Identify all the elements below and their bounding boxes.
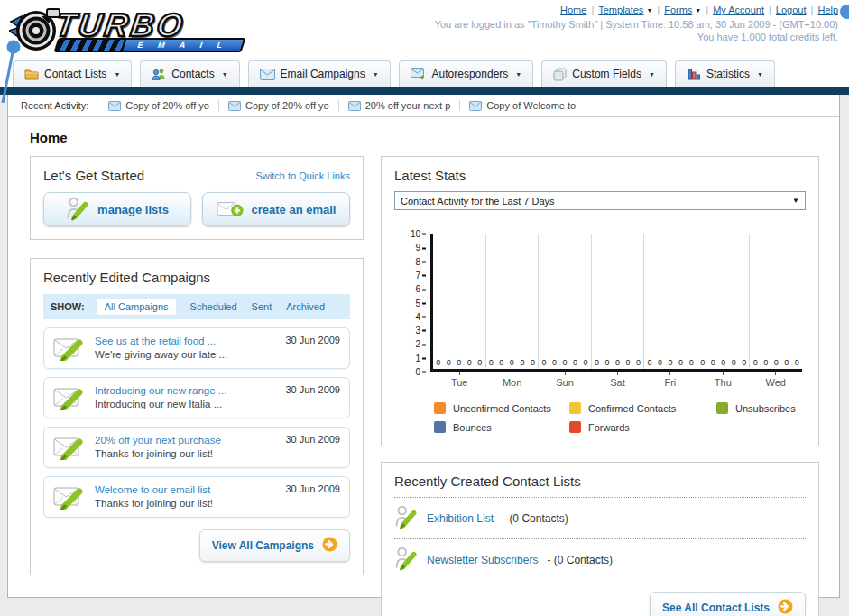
- header-link[interactable]: Home: [560, 5, 586, 15]
- campaign-date: 30 Jun 2009: [285, 483, 340, 494]
- legend-item: Confirmed Contacts: [569, 402, 716, 414]
- chevron-down-icon: ▼: [114, 71, 120, 78]
- app-window: TURBO E M A I L Home|Templates▼|Forms▼|M…: [0, 0, 849, 616]
- chart-group: 00000: [592, 234, 645, 369]
- envelope-icon: [348, 101, 361, 111]
- custom-fields-icon: [553, 68, 567, 81]
- contact-list-count: - (0 Contacts): [503, 512, 568, 525]
- campaigns-tab-archived[interactable]: Archived: [286, 301, 325, 312]
- campaign-subtitle: We're giving away our late ...: [95, 348, 227, 362]
- campaigns-tab-sent[interactable]: Sent: [252, 301, 272, 312]
- envelope-icon: [469, 101, 482, 111]
- navy-divider: [0, 87, 849, 95]
- campaign-title-link[interactable]: Welcome to our email list: [95, 483, 213, 497]
- envelope-edit-icon: [53, 385, 86, 410]
- chevron-down-icon: ▼: [222, 71, 228, 78]
- header-link[interactable]: Logout: [776, 5, 807, 15]
- contact-activity-chart: 012345678910 000000000000000000000000000…: [407, 234, 802, 433]
- chart-group: 00000: [644, 234, 697, 369]
- contact-lists-title: Recently Created Contact Lists: [394, 473, 806, 498]
- recent-activity-item[interactable]: Copy of Welcome to: [459, 100, 585, 111]
- person-edit-icon: [394, 546, 418, 571]
- contact-list-row[interactable]: Exhibition List - (0 Contacts): [394, 498, 806, 539]
- nav-tab-custom-fields[interactable]: Custom Fields▼: [541, 60, 667, 87]
- campaign-title-link[interactable]: See us at the retail food ...: [95, 335, 227, 348]
- campaign-date: 30 Jun 2009: [285, 384, 340, 395]
- folder-icon: [24, 68, 39, 80]
- campaigns-title: Recently Edited Campaigns: [43, 270, 350, 285]
- campaign-title-link[interactable]: Introducing our new range ...: [95, 384, 226, 398]
- campaign-date: 30 Jun 2009: [285, 434, 340, 445]
- chart-y-axis: 012345678910: [407, 234, 430, 372]
- header-link[interactable]: Templates▼: [598, 5, 652, 15]
- contact-list-link[interactable]: Newsletter Subscribers: [427, 554, 538, 566]
- recent-activity-item[interactable]: Copy of 20% off yo: [99, 100, 218, 111]
- campaign-row[interactable]: See us at the retail food ... We're givi…: [43, 327, 350, 369]
- campaigns-panel: Recently Edited Campaigns SHOW: All Camp…: [30, 258, 364, 575]
- recent-activity-bar: Recent Activity: Copy of 20% off yo Copy…: [8, 95, 839, 117]
- chevron-down-icon: ▼: [757, 71, 763, 78]
- statistics-icon: [687, 68, 701, 80]
- campaigns-tab-scheduled[interactable]: Scheduled: [190, 301, 237, 312]
- logo-email-bar: E M A I L: [53, 38, 245, 52]
- header-right: Home|Templates▼|Forms▼|My Account|Logout…: [435, 5, 838, 42]
- recent-activity-item[interactable]: 20% off your next p: [338, 100, 460, 111]
- arrow-circle-icon: [322, 537, 337, 552]
- legend-item: Unsubscribes: [716, 402, 802, 414]
- nav-tab-email-campaigns[interactable]: Email Campaigns▼: [248, 60, 391, 87]
- campaign-subtitle: Thanks for joining our list!: [95, 497, 213, 510]
- chart-x-axis: TueMonSunSatFriThuWed: [433, 372, 802, 388]
- get-started-panel: Let's Get Started Switch to Quick Links …: [30, 156, 364, 240]
- nav-tab-contact-lists[interactable]: Contact Lists▼: [13, 60, 132, 87]
- see-all-contact-lists-button[interactable]: See All Contact Lists: [650, 592, 806, 616]
- recent-activity-label: Copy of 20% off yo: [125, 100, 209, 111]
- header-link[interactable]: My Account: [713, 5, 764, 15]
- create-email-button[interactable]: create an email: [202, 192, 350, 226]
- campaign-subtitle: Thanks for joining our list!: [95, 447, 221, 461]
- recent-activity-item[interactable]: Copy of 20% off yo: [218, 100, 338, 111]
- person-edit-icon: [66, 196, 89, 221]
- show-label: SHOW:: [51, 301, 85, 312]
- header-link[interactable]: Forms▼: [664, 5, 701, 15]
- campaigns-tab-all-campaigns[interactable]: All Campaigns: [97, 299, 176, 315]
- nav-tab-autoresponders[interactable]: Autoresponders▼: [399, 60, 534, 87]
- campaign-row[interactable]: Introducing our new range ... Introducin…: [43, 377, 350, 418]
- switch-quick-links-link[interactable]: Switch to Quick Links: [255, 170, 350, 181]
- envelope-edit-icon: [53, 435, 86, 460]
- manage-lists-button[interactable]: manage lists: [43, 192, 191, 226]
- legend-item: Bounces: [434, 421, 569, 433]
- chart-group: 00000: [486, 234, 540, 369]
- campaign-subtitle: Introducing our new Italia ...: [95, 398, 226, 411]
- header-link[interactable]: Help: [817, 5, 838, 15]
- chart-group: 00000: [750, 234, 802, 369]
- envelope-edit-icon: [53, 336, 86, 361]
- campaign-date: 30 Jun 2009: [285, 335, 340, 345]
- logo-subtitle: E M A I L: [121, 40, 244, 51]
- get-started-title: Let's Get Started: [43, 168, 144, 183]
- campaign-row[interactable]: Welcome to our email list Thanks for joi…: [43, 476, 350, 518]
- logo-title: TURBO: [54, 10, 246, 41]
- chevron-down-icon: ▼: [373, 71, 379, 78]
- envelope-edit-icon: [53, 484, 86, 510]
- nav-tab-statistics[interactable]: Statistics▼: [675, 60, 775, 87]
- logo-stripes: [56, 40, 125, 51]
- content-card: Recent Activity: Copy of 20% off yo Copy…: [7, 95, 840, 598]
- recent-activity-label: Copy of 20% off yo: [245, 100, 329, 111]
- envelope-icon: [260, 69, 275, 80]
- campaign-title-link[interactable]: 20% off your next purchase: [95, 434, 221, 447]
- contact-lists-panel: Recently Created Contact Lists Exhibitio…: [381, 462, 819, 616]
- header-links: Home|Templates▼|Forms▼|My Account|Logout…: [435, 5, 838, 15]
- credits-info: You have 1,000 total credits left.: [435, 32, 838, 42]
- latest-stats-panel: Latest Stats Contact Activity for the La…: [381, 156, 819, 446]
- contact-list-link[interactable]: Exhibition List: [427, 512, 494, 525]
- contact-list-row[interactable]: Newsletter Subscribers - (0 Contacts): [394, 539, 806, 580]
- view-all-campaigns-button[interactable]: View All Campaigns: [199, 529, 350, 562]
- chart-legend: Unconfirmed ContactsConfirmed ContactsUn…: [434, 402, 802, 433]
- chart-plot-area: 00000000000000000000000000000000000: [430, 234, 802, 372]
- recent-activity-title: Recent Activity:: [21, 100, 88, 111]
- stats-period-select[interactable]: Contact Activity for the Last 7 Days ▼: [394, 191, 806, 210]
- chevron-down-icon: ▼: [792, 197, 799, 205]
- campaign-row[interactable]: 20% off your next purchase Thanks for jo…: [43, 427, 350, 468]
- chart-group: 00000: [433, 234, 486, 369]
- nav-tab-contacts[interactable]: Contacts▼: [140, 60, 239, 87]
